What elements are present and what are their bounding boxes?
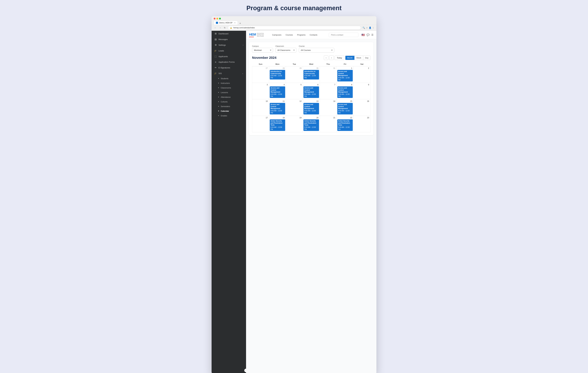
refresh-button[interactable]: ↻ — [223, 26, 226, 29]
sidebar-item-settings[interactable]: ⚙Settings› — [211, 42, 246, 48]
sidebar-item-instructors[interactable]: ✦Instructors — [211, 81, 246, 86]
cal-cell-14[interactable]: 14 — [320, 99, 336, 116]
nav-link-contacts[interactable]: Contacts — [308, 33, 319, 37]
profile-icon[interactable]: 👤 — [369, 27, 371, 29]
cal-cell-29[interactable]: 29 — [286, 66, 303, 83]
cal-cell-1[interactable]: 1Access and Control Management8:00 AM – … — [336, 66, 354, 83]
search-icon[interactable]: 🔍 — [362, 27, 365, 29]
new-tab-button[interactable]: + — [238, 22, 242, 25]
cal-event[interactable]: Access and Control Management8:00 AM – 1… — [337, 70, 353, 81]
cal-event[interactable]: Access and Control Management8:00 AM – 1… — [337, 86, 353, 98]
prev-month-button[interactable]: ‹ — [324, 55, 328, 60]
sidebar-item-cohorts[interactable]: ✦Cohorts — [211, 99, 246, 104]
filter-row: Campus MontrealTorontoVancouver Classroo… — [252, 45, 370, 53]
cal-cell-10[interactable]: 10 — [252, 99, 269, 116]
sidebar-collapse-button[interactable]: ← — [244, 369, 246, 372]
cal-cell-19[interactable]: 19 — [286, 116, 303, 132]
back-button[interactable]: ← — [214, 26, 217, 29]
cal-event[interactable]: Introduction to Cybersecurity8:00 AM – 1… — [270, 70, 285, 79]
cal-cell-31[interactable]: 31 — [320, 66, 336, 83]
cal-event[interactable]: Active Security and Penetration Tests8:0… — [337, 119, 353, 131]
cal-cell-28[interactable]: 28Introduction to Cybersecurity8:00 AM –… — [269, 66, 286, 83]
cal-cell-3[interactable]: 3 — [252, 83, 269, 99]
chat-icon-button[interactable]: 💬 — [367, 33, 369, 36]
sidebar-item-calendar[interactable]: ✦Calendar — [211, 109, 246, 113]
sidebar-item-students[interactable]: ✦Students — [211, 76, 246, 81]
classroom-select[interactable]: All ClassroomsRoom 101Room 102 — [275, 48, 296, 53]
cal-cell-17[interactable]: 17 — [252, 116, 269, 132]
cal-event[interactable]: Access and Control Management8:00 AM – 1… — [304, 103, 319, 114]
cal-event[interactable]: Introduction to Cybersecurity8:00 AM – 1… — [304, 70, 319, 79]
view-btn-week[interactable]: Week — [354, 56, 363, 60]
cal-event[interactable]: Active Security and Penetration Tests8:0… — [304, 119, 319, 131]
search-input[interactable] — [329, 33, 358, 37]
cal-cell-2[interactable]: 2 — [354, 66, 370, 83]
cal-cell-4[interactable]: 4Access and Control Management8:00 AM – … — [269, 83, 286, 99]
cal-event[interactable]: Access and Control Management8:00 AM – 1… — [270, 103, 285, 114]
cal-cell-7[interactable]: 7 — [320, 83, 336, 99]
hamburger-button[interactable]: ☰ — [371, 33, 373, 36]
cal-cell-5[interactable]: 5 — [286, 83, 303, 99]
cal-cell-23[interactable]: 23 — [354, 116, 370, 132]
sidebar-item-leads[interactable]: 🎓Leads — [211, 48, 246, 54]
cal-date-31: 31 — [320, 67, 336, 70]
classroom-label: Classroom — [275, 45, 296, 47]
cal-cell-18[interactable]: 18Active Security and Penetration Tests8… — [269, 116, 286, 132]
tab-close-button[interactable]: ✕ — [234, 22, 236, 24]
today-button[interactable]: Today — [335, 56, 344, 60]
address-bar[interactable]: 🔒 hemsp.com/calendar/index — [228, 26, 361, 30]
sidebar-item-application-forms[interactable]: ≡Application Forms — [211, 59, 246, 65]
forward-button[interactable]: → — [219, 26, 222, 29]
sidebar-item-e-signatures[interactable]: ✏E-Signatures — [211, 65, 246, 70]
sidebar-label-messages: Messages — [219, 38, 228, 41]
cal-cell-12[interactable]: 12 — [286, 99, 303, 116]
nav-link-courses[interactable]: Courses — [284, 33, 294, 37]
cal-date-19: 19 — [286, 116, 302, 119]
cal-cell-22[interactable]: 22Active Security and Penetration Tests8… — [336, 116, 354, 132]
event-title: Active Security and Penetration Tests — [304, 120, 318, 126]
sidebar-item-lessons[interactable]: ✦Lessons — [211, 90, 246, 95]
cal-date-14: 14 — [320, 100, 336, 103]
cal-cell-6[interactable]: 6Access and Control Management8:00 AM – … — [303, 83, 320, 99]
view-btn-day[interactable]: Day — [363, 56, 370, 60]
sidebar-items: ⊞Dashboard▤Messages⚙Settings›🎓Leads⬚Appl… — [211, 31, 246, 118]
campus-select[interactable]: MontrealTorontoVancouver — [252, 48, 273, 53]
cal-event[interactable]: Access and Control Management8:00 AM – 1… — [270, 86, 285, 98]
sidebar-item-applicants[interactable]: ⬚Applicants — [211, 54, 246, 59]
cal-event[interactable]: Access and Control Management8:00 AM – 1… — [304, 86, 319, 98]
e-signatures-icon: ✏ — [214, 66, 217, 69]
cal-cell-11[interactable]: 11Access and Control Management8:00 AM –… — [269, 99, 286, 116]
cal-cell-27[interactable]: 27 — [252, 66, 269, 83]
cal-cell-13[interactable]: 13Access and Control Management8:00 AM –… — [303, 99, 320, 116]
sidebar-item-sis[interactable]: 🎓SIS⌄ — [211, 70, 246, 76]
next-month-button[interactable]: › — [329, 55, 334, 60]
nav-link-programs[interactable]: Programs — [295, 33, 307, 37]
view-btn-month[interactable]: Month — [345, 56, 354, 60]
sidebar-item-grades[interactable]: ✦Grades — [211, 113, 246, 118]
cal-event[interactable]: Access and Control Management8:00 AM – 1… — [337, 103, 353, 114]
sidebar-item-dashboard[interactable]: ⊞Dashboard — [211, 31, 246, 36]
cal-event[interactable]: Active Security and Penetration Tests8:0… — [270, 119, 285, 131]
dot-yellow[interactable] — [216, 18, 218, 20]
calendar-title: November 2024 — [252, 56, 276, 60]
sidebar: ⊞Dashboard▤Messages⚙Settings›🎓Leads⬚Appl… — [211, 31, 246, 373]
day-header-sat: Sat — [354, 62, 370, 66]
sidebar-item-classrooms[interactable]: ✦Classrooms — [211, 86, 246, 90]
dot-green[interactable] — [219, 18, 221, 20]
dot-red[interactable] — [214, 18, 215, 20]
cal-cell-9[interactable]: 9 — [354, 83, 370, 99]
cal-cell-16[interactable]: 16 — [354, 99, 370, 116]
menu-icon[interactable]: ⋮ — [372, 27, 374, 29]
course-select[interactable]: All CoursesIntroduction to Cybersecurity… — [299, 48, 334, 53]
sidebar-item-attendance[interactable]: ✦Attendance — [211, 95, 246, 99]
nav-link-campuses[interactable]: Campuses — [270, 33, 283, 37]
cal-cell-8[interactable]: 8Access and Control Management8:00 AM – … — [336, 83, 354, 99]
cal-cell-21[interactable]: 21 — [320, 116, 336, 132]
browser-tab[interactable]: Demo | HEM-SP ✕ — [214, 21, 238, 25]
sidebar-item-messages[interactable]: ▤Messages — [211, 36, 246, 42]
cal-cell-15[interactable]: 15Access and Control Management8:00 AM –… — [336, 99, 354, 116]
bookmark-icon[interactable]: ☆ — [366, 27, 368, 29]
cal-cell-30[interactable]: 30Introduction to Cybersecurity8:00 AM –… — [303, 66, 320, 83]
cal-cell-20[interactable]: 20Active Security and Penetration Tests8… — [303, 116, 320, 132]
sidebar-item-semesters[interactable]: ✦Semesters — [211, 104, 246, 109]
